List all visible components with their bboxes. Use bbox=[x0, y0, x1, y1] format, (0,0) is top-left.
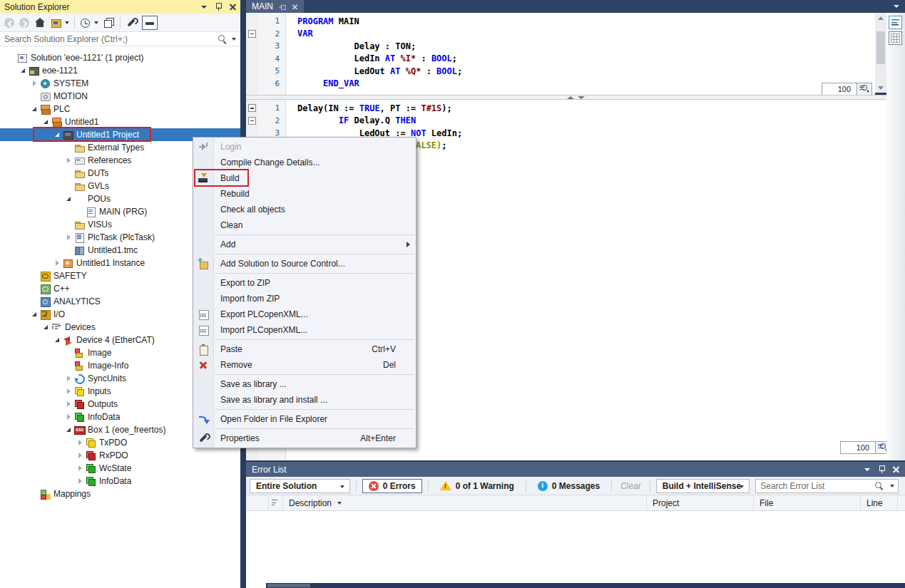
header-cell-file[interactable]: File bbox=[754, 495, 861, 510]
errors-filter-button[interactable]: 0 Errors bbox=[362, 479, 422, 493]
chevron-collapsed-icon[interactable] bbox=[67, 158, 71, 163]
expand-arrow-cell[interactable] bbox=[63, 388, 74, 394]
expand-arrow-cell[interactable] bbox=[63, 234, 74, 240]
header-cell-line[interactable]: Line bbox=[861, 495, 898, 510]
fold-cell[interactable] bbox=[246, 104, 258, 112]
search-options-caret-icon[interactable] bbox=[232, 38, 236, 41]
expand-arrow-cell[interactable] bbox=[63, 158, 74, 163]
chevron-expanded-icon[interactable] bbox=[44, 120, 48, 124]
auto-hide-pin-icon[interactable] bbox=[215, 3, 221, 11]
menu-item-properties[interactable]: PropertiesAlt+Enter bbox=[193, 430, 416, 446]
textual-view-button[interactable] bbox=[889, 16, 902, 29]
expand-arrow-cell[interactable] bbox=[74, 465, 86, 471]
menu-item-save-as-library[interactable]: Save as library ... bbox=[193, 376, 416, 392]
scope-caret-icon[interactable] bbox=[65, 21, 69, 24]
menu-item-rebuild[interactable]: Rebuild bbox=[193, 186, 416, 202]
expand-arrow-cell[interactable] bbox=[40, 325, 51, 329]
chevron-collapsed-icon[interactable] bbox=[67, 376, 71, 381]
menu-item-compile-change-details[interactable]: Compile Change Details... bbox=[193, 155, 416, 170]
chevron-expanded-icon[interactable] bbox=[32, 312, 36, 316]
tree-item-system[interactable]: SYSTEM bbox=[0, 77, 240, 90]
tree-item-infodata[interactable]: InfoData bbox=[0, 475, 240, 488]
properties-wrench-icon[interactable] bbox=[126, 17, 137, 29]
clear-button[interactable]: Clear bbox=[618, 481, 644, 491]
chevron-expanded-icon[interactable] bbox=[66, 197, 71, 201]
menu-item-check-all-objects[interactable]: Check all objects bbox=[193, 202, 416, 217]
fold-collapse-icon[interactable] bbox=[248, 30, 256, 38]
tree-item-plc[interactable]: PLC bbox=[0, 103, 240, 115]
expand-arrow-cell[interactable] bbox=[51, 338, 63, 342]
collapse-all-icon[interactable] bbox=[103, 17, 115, 29]
chevron-collapsed-icon[interactable] bbox=[78, 465, 82, 471]
tree-item-eoe-1121[interactable]: eoe-1121 bbox=[0, 64, 240, 77]
expand-arrow-cell[interactable] bbox=[51, 260, 63, 266]
expand-arrow-cell[interactable] bbox=[74, 440, 86, 445]
filter-caret-icon[interactable] bbox=[94, 21, 98, 24]
editor-scrollbar[interactable] bbox=[875, 13, 886, 83]
pending-changes-filter-icon[interactable] bbox=[80, 17, 91, 29]
messages-filter-button[interactable]: 0 Messages bbox=[532, 479, 605, 493]
fold-cell[interactable] bbox=[246, 30, 258, 38]
hscrollbar-thumb[interactable] bbox=[267, 584, 310, 587]
menu-item-export-to-zip[interactable]: Export to ZIP bbox=[193, 275, 416, 291]
menu-item-build[interactable]: Build bbox=[193, 170, 416, 186]
chevron-expanded-icon[interactable] bbox=[55, 133, 59, 137]
expand-arrow-cell[interactable] bbox=[29, 107, 40, 111]
tree-item-rxpdo[interactable]: RxPDO bbox=[0, 449, 240, 462]
tree-item-mappings[interactable]: Mappings bbox=[0, 488, 240, 500]
chevron-expanded-icon[interactable] bbox=[55, 338, 59, 342]
expand-arrow-cell[interactable] bbox=[63, 428, 74, 432]
preview-selected-toggle-icon[interactable] bbox=[142, 16, 158, 30]
menu-item-import-plcopenxml[interactable]: Import PLCopenXML... bbox=[193, 322, 416, 338]
home-icon[interactable] bbox=[34, 17, 46, 29]
chevron-collapsed-icon[interactable] bbox=[78, 478, 82, 484]
tab-pin-icon[interactable] bbox=[279, 4, 285, 9]
splitter-up-icon[interactable] bbox=[567, 96, 574, 99]
zoom-level-bottom[interactable]: 100 bbox=[840, 441, 876, 454]
error-list-hscrollbar[interactable] bbox=[266, 583, 905, 588]
search-options-caret-icon[interactable] bbox=[890, 485, 894, 488]
fold-collapse-icon[interactable] bbox=[248, 104, 256, 112]
expand-arrow-cell[interactable] bbox=[63, 401, 74, 407]
chevron-collapsed-icon[interactable] bbox=[78, 440, 82, 445]
back-icon[interactable] bbox=[4, 18, 14, 28]
scope-dropdown[interactable]: Entire Solution bbox=[250, 479, 350, 493]
expand-arrow-cell[interactable] bbox=[74, 453, 86, 458]
chevron-collapsed-icon[interactable] bbox=[67, 234, 71, 240]
menu-item-import-from-zip[interactable]: Import from ZIP bbox=[193, 291, 416, 306]
scroll-down-icon[interactable] bbox=[875, 83, 886, 93]
tree-item-solution-eoe-1121-1-project[interactable]: Solution 'eoe-1121' (1 project) bbox=[0, 51, 240, 64]
scrollbar-thumb[interactable] bbox=[876, 31, 885, 64]
zoom-level-top[interactable]: 100 bbox=[822, 83, 857, 96]
tabular-view-button[interactable] bbox=[889, 31, 902, 45]
search-icon[interactable] bbox=[874, 481, 884, 491]
chevron-collapsed-icon[interactable] bbox=[67, 388, 71, 394]
expand-arrow-cell[interactable] bbox=[40, 120, 51, 124]
filter-caret-icon[interactable] bbox=[337, 502, 342, 505]
tab-close-icon[interactable] bbox=[292, 4, 297, 9]
expand-arrow-cell[interactable] bbox=[63, 414, 74, 420]
editor-splitter[interactable] bbox=[246, 95, 886, 100]
expand-arrow-cell[interactable] bbox=[74, 478, 86, 484]
expand-arrow-cell[interactable] bbox=[51, 133, 63, 137]
tree-item-motion[interactable]: MOTION bbox=[0, 90, 240, 103]
window-position-caret-icon[interactable] bbox=[864, 468, 870, 471]
header-cell-description[interactable]: Description bbox=[283, 495, 647, 510]
chevron-expanded-icon[interactable] bbox=[32, 107, 36, 111]
fold-collapse-icon[interactable] bbox=[248, 117, 256, 125]
tab-main[interactable]: MAIN bbox=[246, 0, 304, 13]
tree-item-wcstate[interactable]: WcState bbox=[0, 462, 240, 475]
expand-arrow-cell[interactable] bbox=[29, 312, 40, 316]
scope-to-this-icon[interactable] bbox=[51, 17, 62, 29]
chevron-expanded-icon[interactable] bbox=[21, 68, 25, 73]
chevron-expanded-icon[interactable] bbox=[44, 325, 48, 329]
chevron-collapsed-icon[interactable] bbox=[78, 453, 82, 458]
menu-item-paste[interactable]: PasteCtrl+V bbox=[193, 341, 416, 357]
chevron-collapsed-icon[interactable] bbox=[56, 260, 59, 266]
expand-arrow-cell[interactable] bbox=[63, 376, 74, 381]
expand-arrow-cell[interactable] bbox=[63, 197, 74, 201]
zoom-magnifier-icon[interactable] bbox=[857, 83, 872, 96]
warnings-filter-button[interactable]: 0 of 1 Warning bbox=[434, 479, 520, 493]
window-position-caret-icon[interactable] bbox=[201, 6, 207, 9]
auto-hide-pin-icon[interactable] bbox=[879, 465, 884, 473]
